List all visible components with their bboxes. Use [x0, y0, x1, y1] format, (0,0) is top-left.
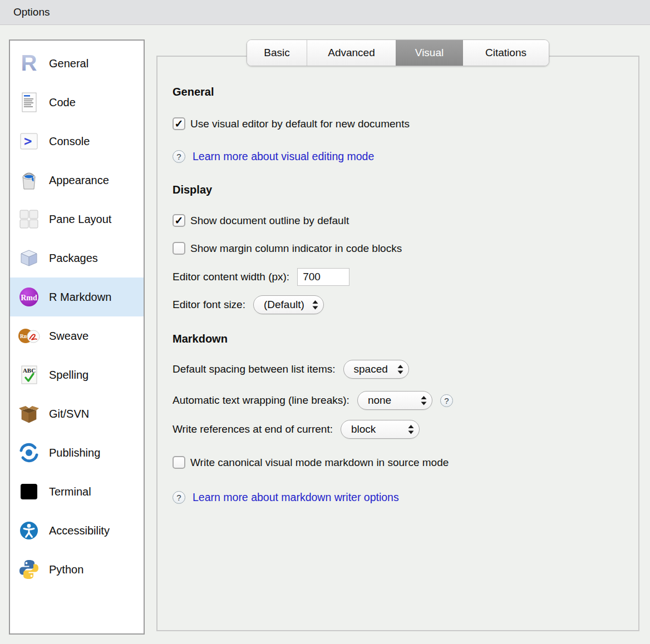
use-visual-editor-label[interactable]: Use visual editor by default for new doc… [190, 118, 410, 130]
markdown-writer-help-link[interactable]: Learn more about markdown writer options [193, 491, 399, 504]
sidebar-item-label: Appearance [49, 174, 109, 187]
sidebar-item-appearance[interactable]: Appearance [10, 161, 144, 200]
category-sidebar: R General Code > Console Appearance [9, 39, 145, 635]
checkbox-row-show-margin: Show margin column indicator in code blo… [173, 242, 402, 255]
tab-visual[interactable]: Visual [396, 40, 463, 66]
titlebar: Options [0, 0, 650, 25]
checkbox-row-canonical: Write canonical visual mode markdown in … [173, 456, 449, 469]
svg-text:>: > [24, 133, 32, 149]
sidebar-item-label: General [49, 57, 88, 70]
pane-grid-icon [18, 208, 40, 230]
code-document-icon [18, 91, 40, 113]
sidebar-item-accessibility[interactable]: Accessibility [10, 511, 144, 550]
tab-basic[interactable]: Basic [247, 40, 307, 66]
sidebar-item-terminal[interactable]: Terminal [10, 472, 144, 511]
sidebar-item-label: Code [49, 96, 76, 109]
accessibility-person-icon [18, 519, 40, 542]
editor-width-input[interactable] [297, 268, 349, 286]
rnw-pdf-icon: Rnw [18, 325, 40, 347]
stepper-arrows-icon [312, 300, 318, 310]
svg-text:Rmd: Rmd [21, 294, 37, 302]
package-cube-icon [18, 247, 40, 269]
console-prompt-icon: > [18, 130, 40, 152]
sidebar-item-label: Publishing [49, 447, 100, 459]
rmd-badge-icon: Rmd [18, 286, 40, 308]
help-icon[interactable]: ? [173, 150, 185, 163]
text-wrapping-value: none [368, 394, 391, 407]
sidebar-item-r-markdown[interactable]: Rmd R Markdown [10, 278, 144, 316]
sidebar-item-label: Console [49, 135, 90, 148]
window-title: Options [13, 0, 50, 24]
r-logo-icon: R [18, 52, 40, 75]
python-logo-icon [18, 558, 40, 581]
section-heading-markdown: Markdown [173, 333, 228, 345]
text-wrapping-select[interactable]: none [357, 391, 432, 410]
abc-check-icon: ABC [18, 364, 40, 386]
references-select[interactable]: block [341, 420, 420, 439]
stepper-arrows-icon [408, 425, 414, 434]
paint-can-icon [18, 169, 40, 191]
sidebar-item-label: Accessibility [49, 524, 110, 537]
svg-text:ABC: ABC [23, 367, 36, 374]
list-spacing-label: Default spacing between list items: [173, 363, 336, 375]
help-link-row-markdown-writer: ? Learn more about markdown writer optio… [173, 491, 399, 504]
editor-font-size-label: Editor font size: [173, 299, 245, 311]
show-outline-label[interactable]: Show document outline by default [190, 215, 349, 227]
references-row: Write references at end of current: bloc… [173, 420, 420, 439]
publish-swirl-icon [18, 442, 40, 464]
terminal-square-icon [18, 480, 40, 503]
text-wrapping-row: Automatic text wrapping (line breaks): n… [173, 391, 453, 410]
sidebar-item-label: R Markdown [49, 291, 111, 304]
sidebar-item-packages[interactable]: Packages [10, 239, 144, 278]
text-wrapping-label: Automatic text wrapping (line breaks): [173, 394, 349, 407]
tab-citations[interactable]: Citations [463, 40, 549, 66]
settings-panel: General ✓ Use visual editor by default f… [156, 56, 639, 631]
stepper-arrows-icon [397, 365, 403, 374]
sidebar-item-code[interactable]: Code [10, 83, 144, 122]
help-icon[interactable]: ? [440, 394, 453, 407]
tab-bar: Basic Advanced Visual Citations [247, 39, 549, 66]
canonical-markdown-checkbox[interactable] [173, 456, 185, 469]
show-margin-label[interactable]: Show margin column indicator in code blo… [190, 242, 402, 255]
sidebar-item-spelling[interactable]: ABC Spelling [10, 355, 144, 394]
show-outline-checkbox[interactable]: ✓ [173, 214, 185, 227]
checkbox-row-use-visual-editor: ✓ Use visual editor by default for new d… [173, 117, 410, 130]
sidebar-item-git-svn[interactable]: Git/SVN [10, 394, 144, 433]
section-heading-display: Display [173, 184, 212, 196]
editor-font-size-select[interactable]: (Default) [253, 295, 324, 314]
tab-advanced[interactable]: Advanced [307, 40, 396, 66]
svg-text:R: R [21, 52, 37, 75]
checkbox-row-show-outline: ✓ Show document outline by default [173, 214, 349, 227]
sidebar-item-label: Spelling [49, 369, 88, 382]
sidebar-item-label: Git/SVN [49, 408, 89, 420]
canonical-markdown-label[interactable]: Write canonical visual mode markdown in … [190, 457, 449, 469]
editor-width-label: Editor content width (px): [173, 271, 289, 283]
sidebar-item-label: Python [49, 563, 83, 576]
list-spacing-select[interactable]: spaced [343, 360, 409, 379]
sidebar-item-console[interactable]: > Console [10, 122, 144, 161]
references-label: Write references at end of current: [173, 423, 333, 435]
visual-editing-help-link[interactable]: Learn more about visual editing mode [193, 150, 374, 163]
list-spacing-value: spaced [354, 363, 388, 375]
editor-width-row: Editor content width (px): [173, 268, 349, 286]
list-spacing-row: Default spacing between list items: spac… [173, 360, 409, 379]
help-link-row-visual-editing: ? Learn more about visual editing mode [173, 150, 374, 163]
show-margin-checkbox[interactable] [173, 242, 185, 255]
sidebar-item-label: Pane Layout [49, 213, 111, 226]
sidebar-item-publishing[interactable]: Publishing [10, 433, 144, 472]
sidebar-item-general[interactable]: R General [10, 44, 144, 83]
options-dialog: Options R General Code > Console Appe [0, 0, 650, 644]
editor-font-size-value: (Default) [264, 299, 304, 311]
section-heading-general: General [173, 86, 214, 98]
help-icon[interactable]: ? [173, 491, 185, 504]
editor-font-size-row: Editor font size: (Default) [173, 295, 324, 314]
cardboard-box-icon [18, 403, 40, 425]
stepper-arrows-icon [421, 396, 427, 405]
sidebar-item-label: Terminal [49, 486, 91, 498]
sidebar-item-sweave[interactable]: Rnw Sweave [10, 316, 144, 355]
sidebar-item-label: Packages [49, 252, 98, 265]
use-visual-editor-checkbox[interactable]: ✓ [173, 117, 185, 130]
references-value: block [351, 423, 376, 435]
sidebar-item-pane-layout[interactable]: Pane Layout [10, 200, 144, 239]
sidebar-item-python[interactable]: Python [10, 550, 144, 589]
